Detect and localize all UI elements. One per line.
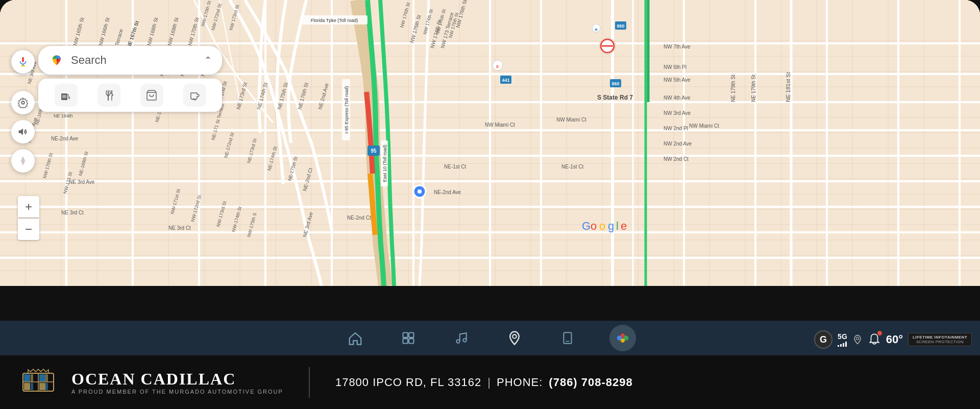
dealer-name: OCEAN CADILLAC: [71, 370, 283, 389]
svg-rect-214: [45, 374, 48, 381]
infotainment-badge: LIFETIME INFOTAINMENT SCREEN PROTECTION: [908, 333, 972, 346]
music-nav-button[interactable]: [450, 327, 473, 349]
phone-icon: [561, 331, 574, 345]
svg-rect-195: [409, 339, 413, 343]
svg-rect-199: [564, 332, 571, 344]
chevron-up-icon[interactable]: ⌃: [204, 55, 212, 66]
svg-rect-184: [68, 97, 70, 99]
svg-text:NE 179th St: NE 179th St: [751, 75, 756, 102]
settings-icon: [17, 97, 29, 108]
svg-point-197: [463, 339, 467, 342]
svg-point-196: [456, 340, 460, 343]
mic-button[interactable]: [11, 50, 35, 74]
svg-text:NE 3rd Ct: NE 3rd Ct: [61, 210, 84, 215]
svg-text:NW 3rd Ave: NW 3rd Ave: [664, 110, 691, 116]
signal-bars: [838, 342, 847, 347]
svg-text:NE-2nd Ct: NE-2nd Ct: [347, 215, 371, 221]
coffee-button[interactable]: [183, 84, 206, 107]
svg-text:NW 4th Ave: NW 4th Ave: [664, 95, 691, 101]
svg-point-169: [418, 189, 422, 194]
svg-text:NE-2nd Ave: NE-2nd Ave: [51, 136, 79, 141]
svg-text:l: l: [616, 220, 619, 232]
svg-text:NW 7th Ave: NW 7th Ave: [664, 44, 691, 50]
svg-text:860: 860: [611, 81, 619, 86]
svg-text:o: o: [599, 220, 605, 232]
gas-station-button[interactable]: [55, 84, 78, 107]
dealer-name-block: OCEAN CADILLAC A PROUD MEMBER OF THE MUR…: [71, 370, 283, 395]
dealer-footer: OCEAN CADILLAC A PROUD MEMBER OF THE MUR…: [0, 355, 980, 409]
home-nav-button[interactable]: [344, 327, 366, 349]
svg-rect-213: [31, 374, 33, 381]
svg-text:NW 2nd Ct: NW 2nd Ct: [664, 156, 689, 162]
svg-rect-210: [39, 374, 45, 381]
svg-text:NW 6th Pl: NW 6th Pl: [664, 64, 687, 70]
search-bar[interactable]: Search ⌃: [38, 46, 222, 75]
phone-label: PHONE:: [497, 376, 543, 389]
svg-point-188: [21, 101, 24, 104]
svg-text:NE 3rd Ave: NE 3rd Ave: [69, 179, 95, 185]
svg-text:E: E: [496, 64, 499, 69]
svg-rect-194: [403, 339, 408, 343]
svg-text:NE-1st Ct: NE-1st Ct: [561, 164, 584, 170]
screen-container: 95 Florida Tpke (Toll road) I-95 Express…: [0, 0, 980, 409]
map-pin-icon: [507, 330, 522, 346]
svg-marker-191: [21, 157, 24, 165]
dealer-phone: (786) 708-8298: [549, 376, 632, 389]
svg-text:860: 860: [617, 23, 624, 29]
svg-text:NE-2nd Ave: NE-2nd Ave: [434, 189, 461, 195]
svg-marker-189: [19, 129, 23, 135]
notification-bell[interactable]: [868, 332, 881, 347]
svg-text:NE 179th St: NE 179th St: [730, 75, 736, 102]
search-panel: Search ⌃: [38, 46, 222, 112]
notification-dot: [877, 331, 882, 335]
coffee-icon: [188, 89, 201, 102]
map-svg: 95 Florida Tpke (Toll road) I-95 Express…: [0, 0, 980, 286]
svg-text:M: M: [595, 28, 598, 31]
svg-text:NW 5th Ave: NW 5th Ave: [664, 77, 691, 83]
volume-icon: [17, 126, 29, 137]
svg-rect-193: [409, 333, 413, 338]
svg-rect-192: [403, 333, 408, 338]
svg-text:NW Miami Ct: NW Miami Ct: [556, 117, 586, 123]
network-status: 5G: [838, 332, 847, 347]
assistant-icon: [615, 330, 631, 346]
svg-text:NE 164th: NE 164th: [54, 113, 73, 118]
google-assistant-button[interactable]: [609, 325, 636, 351]
svg-text:Florida Tpke (Toll road): Florida Tpke (Toll road): [311, 18, 358, 23]
svg-text:441: 441: [502, 78, 509, 83]
cadillac-crest-icon: [20, 368, 56, 396]
dealer-address: 17800 IPCO RD, FL 33162: [335, 376, 481, 389]
badge-line1: LIFETIME INFOTAINMENT: [913, 335, 967, 340]
volume-button[interactable]: [11, 120, 35, 143]
dealer-tagline: A PROUD MEMBER OF THE MURGADO AUTOMOTIVE…: [71, 389, 283, 395]
maps-nav-button[interactable]: [503, 327, 526, 349]
svg-text:NE 181st St: NE 181st St: [785, 72, 791, 102]
quick-access-bar: [38, 79, 222, 112]
svg-text:NW 2nd Ave: NW 2nd Ave: [664, 141, 692, 147]
shopping-button[interactable]: [140, 84, 163, 107]
g-button[interactable]: G: [814, 330, 832, 349]
food-icon: [103, 89, 115, 102]
dealer-contact: 17800 IPCO RD, FL 33162 | PHONE: (786) 7…: [335, 376, 633, 389]
apps-grid-icon: [401, 331, 415, 345]
svg-text:S State Rd 7: S State Rd 7: [597, 94, 633, 101]
svg-point-198: [512, 334, 517, 339]
settings-button[interactable]: [11, 91, 35, 114]
food-button[interactable]: [97, 84, 120, 107]
gps-status-icon: [852, 334, 863, 345]
svg-text:95: 95: [371, 148, 377, 154]
phone-nav-button[interactable]: [556, 327, 579, 349]
map-background: 95 Florida Tpke (Toll road) I-95 Express…: [0, 0, 980, 286]
svg-text:NW Miami Ct: NW Miami Ct: [689, 123, 719, 129]
zoom-in-button[interactable]: +: [18, 196, 39, 218]
svg-point-204: [621, 339, 625, 343]
svg-rect-176: [22, 57, 24, 62]
heading-button[interactable]: [11, 149, 35, 173]
temperature-display: 60°: [886, 333, 903, 346]
zoom-out-button[interactable]: −: [18, 219, 39, 240]
apps-nav-button[interactable]: [397, 327, 420, 349]
status-bar: G 5G 60°: [814, 330, 972, 349]
svg-text:NW 2nd Pl: NW 2nd Pl: [664, 126, 688, 131]
svg-text:o: o: [591, 220, 597, 232]
svg-rect-212: [39, 383, 45, 390]
